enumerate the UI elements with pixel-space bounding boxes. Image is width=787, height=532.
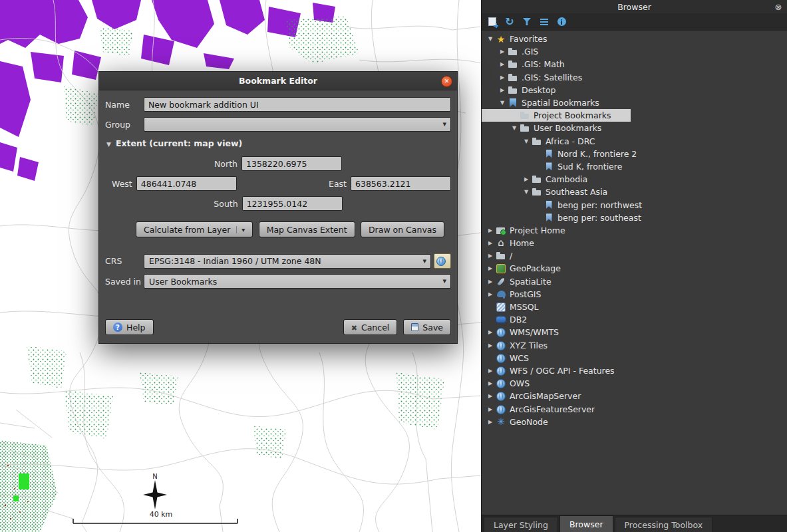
tree-item-project-home[interactable]: Project Home [482,224,787,237]
tree-item-ows[interactable]: OWS [482,377,787,390]
name-input[interactable] [144,97,451,112]
map-canvas-extent-button[interactable]: Map Canvas Extent [259,221,355,237]
tree-item-favorites[interactable]: Favorites [482,33,787,45]
crs-picker-button[interactable] [434,253,451,269]
tree-item-wms-wmts[interactable]: WMS/WMTS [482,326,787,338]
chevron-down-icon[interactable] [485,36,496,42]
tree-item-gis-math[interactable]: .GIS: Math [482,58,787,70]
tree-item-desktop[interactable]: Desktop [482,84,787,96]
refresh-button[interactable] [502,15,517,29]
tree-item-wfs-ogc-api-features[interactable]: WFS / OGC API - Features [482,364,787,377]
cancel-button[interactable]: Cancel [343,319,398,335]
saved-in-select[interactable]: User Bookmarks [144,274,451,289]
south-input[interactable] [242,196,343,211]
chevron-right-icon[interactable] [485,419,496,425]
chevron-right-icon[interactable] [485,368,496,374]
chevron-right-icon[interactable] [497,61,508,67]
help-button[interactable]: Help [105,319,154,335]
east-label: East [329,179,347,189]
tab-browser[interactable]: Browser [559,515,613,532]
chevron-right-icon[interactable] [485,342,496,348]
bookmark-editor-dialog: Bookmark Editor Name Group Extent (curre… [98,71,458,344]
tree-item-root[interactable]: / [482,249,787,262]
tree-item-label: WMS/WMTS [509,327,559,337]
tree-item-home[interactable]: Home [482,237,787,249]
tree-item-spatial-bookmarks[interactable]: Spatial Bookmarks [482,96,787,109]
chevron-right-icon[interactable] [485,291,496,297]
tree-item-label: Sud K, frontiere [557,162,622,172]
tab-processing-toolbox[interactable]: Processing Toolbox [615,517,713,532]
tree-item-beng-per-northwest[interactable]: beng per: northwest [482,198,787,211]
crs-select-value: EPSG:3148 - Indian 1960 / UTM zone 48N [149,256,321,266]
dialog-titlebar[interactable]: Bookmark Editor [99,72,457,90]
tree-item-project-bookmarks[interactable]: Project Bookmarks [482,109,787,122]
tree-item-label: GeoPackage [509,263,561,273]
refresh-icon [505,17,514,27]
tree-item-geonode[interactable]: GeoNode [482,416,787,428]
folder-icon [508,47,518,57]
chevron-right-icon[interactable] [485,279,496,285]
tree-item-user-bookmarks[interactable]: User Bookmarks [482,122,787,134]
chevron-right-icon[interactable] [485,253,496,259]
chevron-right-icon[interactable] [485,240,496,246]
chevron-down-icon[interactable] [521,138,532,144]
tree-item-geopackage[interactable]: GeoPackage [482,262,787,275]
tree-item-africa-drc[interactable]: Africa - DRC [482,135,787,148]
chevron-right-icon[interactable] [497,49,508,55]
north-input[interactable] [241,156,342,171]
save-button[interactable]: Save [403,319,451,335]
calculate-from-layer-button[interactable]: Calculate from Layer [136,221,253,237]
tab-layer-styling[interactable]: Layer Styling [484,517,558,532]
chevron-down-icon[interactable] [497,100,508,106]
west-input[interactable] [136,176,237,191]
browser-panel-header[interactable]: Browser [482,0,787,13]
extent-header-label: Extent (current: map view) [116,138,242,148]
chevron-right-icon[interactable] [521,176,532,182]
tree-item-mssql[interactable]: MSSQL [482,301,787,313]
chevron-down-icon[interactable] [509,125,520,131]
arcgis-feature-icon [496,404,506,414]
home-icon [496,238,506,248]
chevron-right-icon[interactable] [485,380,496,386]
tree-item-sud-k-frontiere[interactable]: Sud K, frontiere [482,160,787,173]
chevron-right-icon[interactable] [485,406,496,412]
tree-item-nord-k-frontiere-2[interactable]: Nord K., frontiere 2 [482,148,787,160]
chevron-right-icon[interactable] [485,393,496,399]
tree-item-label: GeoNode [509,417,548,427]
chevron-right-icon[interactable] [485,227,496,233]
crs-select[interactable]: EPSG:3148 - Indian 1960 / UTM zone 48N [144,254,431,269]
tree-item-db2[interactable]: DB2 [482,313,787,326]
chevron-right-icon[interactable] [485,329,496,335]
folder-icon [532,136,542,146]
tree-item-southeast-asia[interactable]: Southeast Asia [482,186,787,198]
wfs-icon [496,366,506,376]
tree-item-wcs[interactable]: WCS [482,352,787,364]
properties-button[interactable] [554,15,569,29]
tree-item-arcgismapserver[interactable]: ArcGisMapServer [482,390,787,402]
chevron-right-icon[interactable] [497,87,508,93]
tree-item-gis-satellites[interactable]: .GIS: Satellites [482,71,787,84]
tree-item-beng-per-southeast[interactable]: beng per: southeast [482,211,787,224]
collapse-all-button[interactable] [537,15,551,29]
close-button[interactable] [441,76,452,87]
geonode-icon [496,417,506,427]
tree-item-spatialite[interactable]: SpatiaLite [482,275,787,288]
tree-item-postgis[interactable]: PostGIS [482,288,787,301]
draw-on-canvas-button[interactable]: Draw on Canvas [361,221,444,237]
tree-item-cambodia[interactable]: Cambodia [482,173,787,186]
east-input[interactable] [351,176,451,191]
chevron-right-icon[interactable] [497,74,508,80]
group-select[interactable] [144,117,451,132]
tree-item-arcgisfeatureserver[interactable]: ArcGisFeatureServer [482,402,787,415]
spatialite-icon [496,277,506,287]
tree-item-xyz-tiles[interactable]: XYZ Tiles [482,339,787,352]
chevron-right-icon[interactable] [485,265,496,271]
extent-group-header[interactable]: Extent (current: map view) [106,138,451,148]
folder-icon [508,59,518,69]
close-panel-icon[interactable] [773,1,784,12]
filter-button[interactable] [520,15,534,29]
add-layers-button[interactable] [485,15,500,29]
tree-item-gis[interactable]: .GIS [482,45,787,58]
chevron-down-icon[interactable] [521,189,532,195]
name-label: Name [105,100,144,110]
